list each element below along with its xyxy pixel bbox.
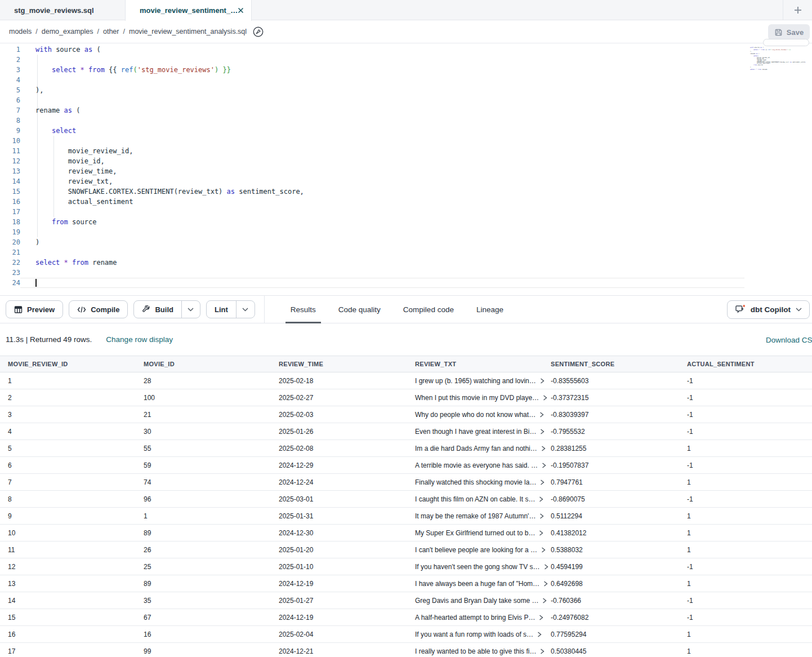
breadcrumb-segment[interactable]: other — [103, 28, 119, 35]
chevron-down-icon — [242, 308, 248, 312]
cell-review_time: 2025-02-27 — [271, 394, 407, 402]
cell-sentiment_score: 0.28381255 — [543, 445, 679, 452]
code-line: select * from {{ ref('stg_movie_reviews'… — [749, 50, 791, 51]
column-header[interactable]: REVIEW_TXT — [407, 361, 543, 367]
code-line — [749, 71, 791, 72]
cell-review_time: 2025-01-31 — [271, 512, 407, 520]
cell-movie_review_id: 3 — [0, 411, 136, 419]
code-editor[interactable]: 1with source as (23 select * from {{ ref… — [0, 43, 812, 295]
table-row: 7742024-12-24Finally watched this shocki… — [0, 474, 812, 491]
cell-movie_review_id: 6 — [0, 461, 136, 469]
query-summary: 11.3s | Returned 49 rows. — [6, 335, 92, 344]
breadcrumb-segment[interactable]: demo_examples — [42, 28, 93, 35]
table-row: 21002025-02-27When I put this movie in m… — [0, 389, 812, 406]
code-text: movie_id, — [35, 156, 105, 166]
cell-review_txt: I grew up (b. 1965) watching and lovin… — [407, 377, 543, 385]
build-dropdown-toggle[interactable] — [181, 301, 200, 318]
dbt-ide-window: stg_movie_reviews.sqlmovie_review_sentim… — [0, 0, 812, 657]
line-number: 13 — [0, 166, 20, 176]
cell-movie_review_id: 2 — [0, 394, 136, 402]
table-row: 6592024-12-29A terrible movie as everyon… — [0, 457, 812, 474]
tab-bar: stg_movie_reviews.sqlmovie_review_sentim… — [0, 0, 812, 20]
table-row: 15672024-12-19A half-hearted attempt to … — [0, 609, 812, 626]
save-button-label: Save — [787, 28, 804, 37]
cell-actual_sentiment: 1 — [679, 512, 812, 520]
breadcrumb-separator: / — [123, 28, 124, 35]
column-header[interactable]: ACTUAL_SENTIMENT — [679, 361, 812, 367]
review-text: I caught this film on AZN on cable. It s… — [415, 495, 535, 503]
tab-lineage[interactable]: Lineage — [468, 296, 512, 323]
cell-movie_review_id: 13 — [0, 580, 136, 588]
editor-tab[interactable]: movie_review_sentiment_… — [125, 0, 252, 21]
cell-review_time: 2024-12-30 — [271, 529, 407, 537]
build-button-main[interactable]: Build — [134, 301, 181, 318]
tab-results[interactable]: Results — [282, 296, 324, 323]
editor-tab[interactable]: stg_movie_reviews.sql — [0, 0, 125, 20]
dbt-copilot-button[interactable]: dbt Copilot — [727, 300, 810, 319]
code-text: rename as ( — [35, 105, 80, 116]
download-csv-link[interactable]: Download CSV — [766, 335, 812, 344]
review-text: If you haven't seen the gong show TV s… — [415, 563, 540, 571]
cell-review_txt: When I put this movie in my DVD playe… — [407, 394, 543, 402]
cell-sentiment_score: -0.8690075 — [543, 495, 679, 503]
code-line: 12 movie_id, — [0, 156, 812, 166]
close-icon[interactable] — [238, 7, 244, 14]
compile-button-main[interactable]: Compile — [69, 301, 127, 318]
cell-review_time: 2025-01-10 — [271, 563, 407, 571]
cell-sentiment_score: 0.41382012 — [543, 529, 679, 537]
review-text: I grew up (b. 1965) watching and lovin… — [415, 377, 536, 385]
cell-movie_review_id: 10 — [0, 529, 136, 537]
tab-compiled-code[interactable]: Compiled code — [395, 296, 462, 323]
line-number: 4 — [0, 75, 20, 85]
cell-review_txt: If you haven't seen the gong show TV s… — [407, 563, 543, 571]
lint-button[interactable]: Lint — [206, 300, 255, 318]
cell-movie_review_id: 12 — [0, 563, 136, 571]
column-header[interactable]: REVIEW_TIME — [271, 361, 407, 367]
column-header[interactable]: SENTIMENT_SCORE — [543, 361, 679, 367]
code-line: 9 select — [0, 126, 812, 136]
compile-button[interactable]: Compile — [69, 300, 128, 318]
review-text: Greg Davis and Bryan Daly take some … — [415, 597, 538, 605]
line-number: 6 — [0, 95, 20, 105]
column-header[interactable]: MOVIE_REVIEW_ID — [0, 361, 136, 367]
line-number: 16 — [0, 197, 20, 207]
code-line: 11 movie_review_id, — [0, 146, 812, 156]
line-number: 17 — [0, 207, 20, 217]
cell-movie_id: 59 — [136, 461, 271, 469]
button-label: Preview — [27, 305, 55, 314]
table-row: 4302025-01-26Even though I have great in… — [0, 423, 812, 440]
breadcrumb-segment[interactable]: models — [9, 28, 32, 35]
code-text: with source as ( — [750, 47, 764, 48]
cell-actual_sentiment: 1 — [679, 478, 812, 486]
preview-button[interactable]: Preview — [6, 300, 63, 318]
code-text: ), — [35, 85, 43, 95]
cell-sentiment_score: -0.83555603 — [543, 377, 679, 385]
lint-dropdown-toggle[interactable] — [236, 301, 255, 318]
cell-review_time: 2025-02-18 — [271, 377, 407, 385]
save-button[interactable]: Save — [768, 24, 810, 40]
review-text: I really wanted to be able to give this … — [415, 647, 536, 655]
expand-cell-icon[interactable] — [537, 632, 542, 637]
column-header[interactable]: MOVIE_ID — [136, 361, 271, 367]
new-tab-button[interactable] — [783, 0, 812, 20]
review-text: Finally watched this shocking movie la… — [415, 478, 536, 486]
build-button[interactable]: Build — [133, 300, 200, 318]
code-line: 15 SNOWFLAKE.CORTEX.SENTIMENT(review_txt… — [0, 187, 812, 197]
cell-review_txt: I caught this film on AZN on cable. It s… — [407, 495, 543, 503]
chevron-down-icon — [796, 308, 802, 312]
lint-button-main[interactable]: Lint — [207, 301, 236, 318]
file-indicator-icon[interactable] — [252, 26, 264, 38]
breadcrumb-segment[interactable]: movie_review_sentiment_analysis.sql — [129, 28, 247, 35]
tab-code-quality[interactable]: Code quality — [330, 296, 389, 323]
editor-toolbar: PreviewCompileBuildLint ResultsCode qual… — [0, 295, 812, 323]
code-text: movie_review_id, — [35, 146, 133, 156]
preview-button-main[interactable]: Preview — [6, 301, 63, 318]
table-body: 1282025-02-18I grew up (b. 1965) watchin… — [0, 372, 812, 657]
change-row-display-link[interactable]: Change row display — [106, 335, 173, 344]
cell-review_txt: I can't believe people are looking for a… — [407, 546, 543, 554]
cell-movie_id: 99 — [136, 647, 271, 655]
editor-scroll-indicator[interactable] — [763, 39, 809, 46]
code-line: 24 — [0, 278, 812, 288]
editor-minimap[interactable]: with source as ( select * from {{ ref('s… — [749, 47, 791, 72]
code-line: 8 — [0, 116, 812, 126]
